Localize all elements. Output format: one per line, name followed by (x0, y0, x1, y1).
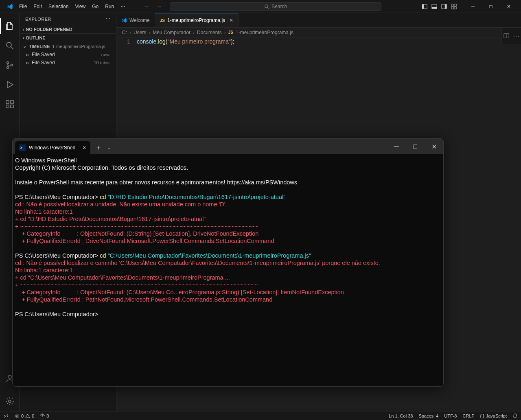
close-icon[interactable]: ✕ (229, 18, 233, 23)
new-tab-icon[interactable]: ＋ (95, 144, 102, 152)
menu-view[interactable]: View (72, 2, 88, 11)
svg-line-1 (267, 7, 269, 9)
layout-customize-icon[interactable] (451, 4, 457, 9)
explorer-title: EXPLORER (25, 17, 51, 22)
menu-bar: File Edit Selection View Go Run ⋯ (16, 2, 128, 11)
layout-panel-bottom-icon[interactable] (431, 4, 437, 9)
window-minimize-icon[interactable]: ─ (464, 0, 482, 13)
svg-rect-19 (11, 105, 13, 108)
svg-point-16 (11, 64, 13, 66)
section-timeline[interactable]: ⌄ TIMELINE 1-meuprimeiroPrograma.js (20, 42, 116, 50)
status-eol[interactable]: CRLF (463, 413, 475, 418)
search-placeholder: Search (271, 4, 287, 9)
editor-actions: ⋯ (501, 28, 521, 44)
nav-forward-icon[interactable]: → (157, 4, 162, 9)
tab-dropdown-icon[interactable]: ⌄ (107, 146, 111, 150)
svg-rect-11 (454, 7, 456, 9)
title-bar: File Edit Selection View Go Run ⋯ ← → Se… (0, 0, 521, 13)
svg-rect-7 (445, 4, 447, 9)
window-maximize-icon[interactable]: □ (482, 0, 500, 13)
status-problems[interactable]: 0 0 (15, 413, 34, 418)
svg-point-28 (42, 415, 43, 416)
terminal-tab-bar: >_ Windows PowerShell ✕ ＋ ⌄ ─ □ ✕ (13, 139, 443, 154)
nav-arrows: ← → (144, 4, 162, 9)
terminal-tab[interactable]: >_ Windows PowerShell ✕ (15, 141, 90, 154)
svg-rect-8 (451, 4, 453, 6)
svg-rect-9 (454, 4, 456, 6)
status-ports[interactable]: 0 (40, 413, 49, 418)
js-file-icon: JS (160, 18, 165, 23)
vscode-icon (7, 3, 13, 10)
svg-point-14 (7, 62, 9, 64)
svg-rect-10 (451, 7, 453, 9)
nav-back-icon[interactable]: ← (144, 4, 149, 9)
window-close-icon[interactable]: ✕ (500, 0, 518, 13)
window-maximize-icon[interactable]: □ (406, 139, 425, 154)
menu-go[interactable]: Go (89, 2, 101, 11)
svg-line-13 (11, 47, 13, 49)
svg-rect-20 (11, 101, 13, 103)
svg-point-0 (265, 4, 268, 8)
timeline-item[interactable]: File Saved 10 mins (20, 59, 116, 67)
menu-run[interactable]: Run (102, 2, 117, 11)
section-no-folder[interactable]: ›NO FOLDER OPENED (20, 25, 116, 33)
code-editor[interactable]: 1 console.log("Meu primeiro programa"); (116, 37, 521, 46)
layout-panel-left-icon[interactable] (422, 4, 427, 9)
status-cursor[interactable]: Ln 1, Col 38 (389, 413, 413, 418)
section-outline[interactable]: ›OUTLINE (20, 33, 116, 42)
line-number: 1 (116, 38, 137, 45)
status-spaces[interactable]: Spaces: 4 (418, 413, 438, 418)
menu-more[interactable]: ⋯ (118, 2, 128, 11)
window-close-icon[interactable]: ✕ (425, 139, 443, 154)
explorer-more-icon[interactable]: ⋯ (106, 16, 111, 22)
svg-rect-18 (6, 105, 9, 108)
menu-file[interactable]: File (16, 2, 30, 11)
svg-point-21 (8, 375, 11, 378)
js-file-icon: JS (228, 30, 233, 35)
tab-welcome[interactable]: Welcome (116, 13, 155, 27)
activity-explorer-icon[interactable] (0, 16, 20, 36)
timeline-item[interactable]: File Saved now (20, 50, 116, 59)
window-minimize-icon[interactable]: ─ (387, 139, 406, 154)
status-language[interactable]: { } JavaScript (480, 413, 507, 418)
remote-icon[interactable] (3, 413, 9, 419)
activity-settings-icon[interactable] (0, 392, 20, 411)
menu-selection[interactable]: Selection (46, 2, 71, 11)
activity-source-control-icon[interactable] (0, 55, 20, 75)
tab-file[interactable]: JS 1-meuprimeiroPrograma.js ✕ (155, 13, 239, 27)
powershell-icon: >_ (19, 144, 26, 151)
breadcrumb[interactable]: C:› Users› Meu Computador› Documents› JS… (116, 28, 521, 37)
activity-search-icon[interactable] (0, 36, 20, 55)
menu-edit[interactable]: Edit (31, 2, 45, 11)
status-bar: 0 0 0 Ln 1, Col 38 Spaces: 4 UTF-8 CRLF … (0, 411, 521, 420)
activity-extensions-icon[interactable] (0, 94, 20, 114)
status-encoding[interactable]: UTF-8 (444, 413, 457, 418)
timeline-filename: 1-meuprimeiroPrograma.js (52, 44, 105, 49)
svg-point-22 (9, 400, 11, 402)
terminal-output[interactable]: O Windows PowerShell Copyright (C) Micro… (13, 154, 443, 320)
svg-rect-3 (422, 4, 424, 9)
search-box[interactable]: Search (170, 2, 381, 11)
svg-point-12 (7, 42, 11, 47)
editor-tabs: Welcome JS 1-meuprimeiroPrograma.js ✕ (116, 13, 521, 28)
svg-rect-17 (6, 101, 9, 103)
layout-controls (422, 4, 457, 9)
close-icon[interactable]: ✕ (82, 145, 86, 151)
split-editor-icon[interactable] (503, 33, 509, 39)
notifications-icon[interactable] (512, 413, 518, 418)
layout-panel-right-icon[interactable] (441, 4, 447, 9)
svg-rect-5 (432, 7, 437, 8)
more-actions-icon[interactable]: ⋯ (513, 32, 519, 40)
powershell-window: >_ Windows PowerShell ✕ ＋ ⌄ ─ □ ✕ O Wind… (12, 138, 444, 387)
svg-point-15 (7, 67, 9, 69)
activity-run-debug-icon[interactable] (0, 75, 20, 94)
